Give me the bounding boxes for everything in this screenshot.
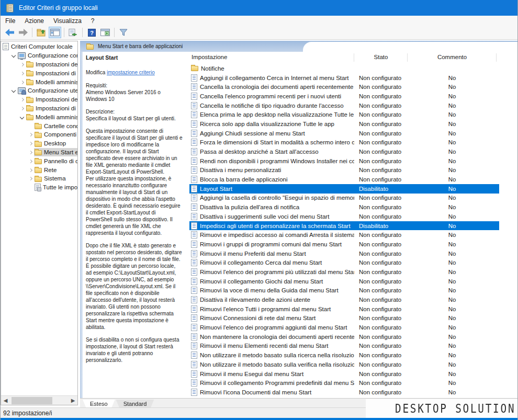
expander-icon[interactable]	[10, 86, 17, 95]
scrollbar-thumb[interactable]	[12, 397, 52, 404]
expander-icon[interactable]	[27, 166, 34, 174]
tree-item[interactable]: Impostazioni del	[1, 95, 77, 104]
tree-item[interactable]: Modelli amminist	[1, 112, 77, 121]
extended-view-icon[interactable]	[99, 27, 111, 38]
forward-icon[interactable]	[17, 27, 29, 38]
table-row[interactable]: Non mantenere la cronologia dei document…	[189, 332, 499, 342]
tree-horizontal-scrollbar[interactable]: ◀ ▶	[1, 395, 77, 405]
table-row[interactable]: Elenca prima le app desktop nella visual…	[189, 110, 499, 119]
table-row[interactable]: Aggiungi la casella di controllo "Esegui…	[189, 194, 499, 203]
help-icon[interactable]: ?	[85, 27, 98, 38]
scroll-right-icon[interactable]: ▶	[69, 396, 77, 405]
expander-icon[interactable]	[19, 78, 26, 86]
tree-item[interactable]: Desktop	[1, 139, 77, 148]
setting-icon	[191, 296, 197, 303]
tree-item-label: Impostazioni di V	[36, 70, 77, 76]
tree-item[interactable]: Configurazione utent	[1, 86, 77, 95]
menu-help[interactable]: ?	[86, 16, 99, 26]
table-row[interactable]: Cancella la cronologia dei documenti ape…	[189, 82, 499, 92]
table-row[interactable]: Notifiche	[189, 64, 499, 73]
tree-item-label: Menu Start e	[44, 149, 77, 155]
expander-icon[interactable]	[27, 139, 34, 147]
table-row[interactable]: Aggiungi il collegamento Cerca in Intern…	[189, 73, 499, 83]
tree-item[interactable]: Criteri Computer locale	[1, 42, 77, 51]
table-row[interactable]: Layout Start Disabilitato No	[189, 184, 499, 194]
table-row[interactable]: Disattiva il rilevamento delle azioni ut…	[189, 295, 499, 304]
back-icon[interactable]	[3, 27, 16, 38]
tree-item[interactable]: Impostazioni di V	[1, 69, 77, 77]
table-row[interactable]: Rimuovi e impedisci accesso ai comandi A…	[189, 230, 499, 240]
table-row[interactable]: Ricerca solo app dalla visualizzazione T…	[189, 119, 499, 129]
expander-icon[interactable]	[19, 60, 26, 69]
tree-item[interactable]: Impostazioni del	[1, 60, 77, 69]
table-row[interactable]: Blocca la barra delle applicazioni Non c…	[189, 175, 499, 184]
table-row[interactable]: Passa al desktop anziché a Start all'acc…	[189, 147, 499, 156]
tree-item[interactable]: Menu Start e	[1, 148, 77, 157]
scroll-left-icon[interactable]: ◀	[1, 396, 10, 405]
table-row[interactable]: Rimuovi il collegamento Programmi predef…	[189, 378, 499, 388]
table-row[interactable]: Rimuovi Connessioni di rete dal menu Sta…	[189, 314, 499, 323]
tree-item[interactable]: Impostazioni di V	[1, 104, 77, 113]
column-divider[interactable]	[407, 53, 408, 62]
column-header-commento[interactable]: Commento	[408, 54, 497, 60]
table-row[interactable]: Rimuovi l'elenco dei programmi aggiunti …	[189, 323, 499, 332]
table-row[interactable]: Forza le dimensioni di Start in modalità…	[189, 138, 499, 147]
settings-rows: Notifiche Aggiungi il collegamento Cerca…	[189, 64, 499, 397]
table-row[interactable]: Rendi non disponibili i programmi Window…	[189, 156, 499, 166]
column-header-stato[interactable]: Stato	[354, 54, 408, 60]
table-row[interactable]: Rimuovi l'elenco Tutti i programmi dal m…	[189, 304, 499, 314]
table-row[interactable]: Rimuovi il collegamento Giochi dal menu …	[189, 277, 499, 286]
table-row[interactable]: Rimuovi il menu Esegui dal menu Start No…	[189, 369, 499, 379]
setting-state: Non configurato	[354, 93, 408, 99]
column-header-impostazione[interactable]: Impostazione	[192, 54, 227, 60]
up-one-level-icon[interactable]	[35, 27, 48, 38]
expander-icon[interactable]	[10, 51, 17, 60]
expander-icon[interactable]	[19, 104, 26, 112]
expander-icon[interactable]	[19, 113, 26, 121]
setting-state: Non configurato	[354, 176, 408, 183]
table-row[interactable]: Non utilizzare il metodo basato sulla ri…	[189, 350, 499, 360]
table-row[interactable]: Aggiungi Chiudi sessione al menu Start N…	[189, 129, 499, 138]
expander-icon[interactable]	[27, 157, 34, 165]
tree-item[interactable]: Pannello di co	[1, 156, 77, 165]
expander-icon[interactable]	[19, 69, 26, 77]
titlebar[interactable]: Editor Criteri di gruppo locali	[1, 0, 517, 16]
tree-item[interactable]: Sistema	[1, 174, 77, 183]
table-row[interactable]: Disattiva i suggerimenti sulle voci del …	[189, 212, 499, 221]
tree-item[interactable]: Tutte le impo	[1, 183, 77, 192]
tree-item[interactable]: Cartelle cond	[1, 121, 77, 130]
table-row[interactable]: Cancella l'elenco programmi recenti per …	[189, 92, 499, 101]
setting-name: Rimuovi il menu Preferiti dal menu Start	[200, 251, 354, 257]
setting-icon	[191, 83, 197, 90]
show-console-tree-icon[interactable]	[49, 27, 61, 38]
table-row[interactable]: Cancella le notifiche di tipo riquadro d…	[189, 101, 499, 110]
expander-icon[interactable]	[27, 148, 34, 156]
table-row[interactable]: Rimuovi l'icona Documenti dal menu Start…	[189, 388, 499, 397]
column-divider[interactable]	[496, 53, 497, 62]
menu-file[interactable]: File	[1, 16, 20, 26]
expander-icon[interactable]	[27, 174, 34, 183]
table-row[interactable]: Rimuovi il menu Preferiti dal menu Start…	[189, 249, 499, 258]
menu-visualizza[interactable]: Visualizza	[49, 16, 86, 26]
edit-policy-link[interactable]: impostazione criterio	[107, 70, 155, 75]
table-row[interactable]: Rimuovi l'elenco dei programmi più utili…	[189, 267, 499, 277]
table-row[interactable]: Rimuovi la voce di menu della Guida dal …	[189, 286, 499, 296]
tree-item[interactable]: Componenti	[1, 130, 77, 139]
table-row[interactable]: Non utilizzare il metodo basato sulla ve…	[189, 360, 499, 369]
table-row[interactable]: Rimuovi i gruppi di programmi comuni dal…	[189, 240, 499, 249]
setting-comment: No	[408, 251, 497, 257]
expander-icon[interactable]	[19, 95, 26, 104]
column-divider[interactable]	[354, 53, 354, 62]
table-row[interactable]: Disattiva i menu personalizzati Non conf…	[189, 166, 499, 175]
expander-icon[interactable]	[27, 130, 34, 139]
export-list-icon[interactable]	[67, 27, 80, 38]
table-row[interactable]: Rimuovi il menu Elementi recenti dal men…	[189, 342, 499, 351]
tree-item[interactable]: Modelli amminist	[1, 77, 77, 86]
table-row[interactable]: Disattiva la pulizia dell'area di notifi…	[189, 202, 499, 212]
filter-icon[interactable]	[117, 27, 130, 38]
table-row[interactable]: Impedisci agli utenti di personalizzare …	[189, 221, 499, 231]
table-row[interactable]: Rimuovi il collegamento Cerca dal menu S…	[189, 258, 499, 267]
tree-item[interactable]: Configurazione com	[1, 51, 77, 60]
tree-item[interactable]: Rete	[1, 165, 77, 174]
menu-azione[interactable]: Azione	[20, 16, 49, 26]
